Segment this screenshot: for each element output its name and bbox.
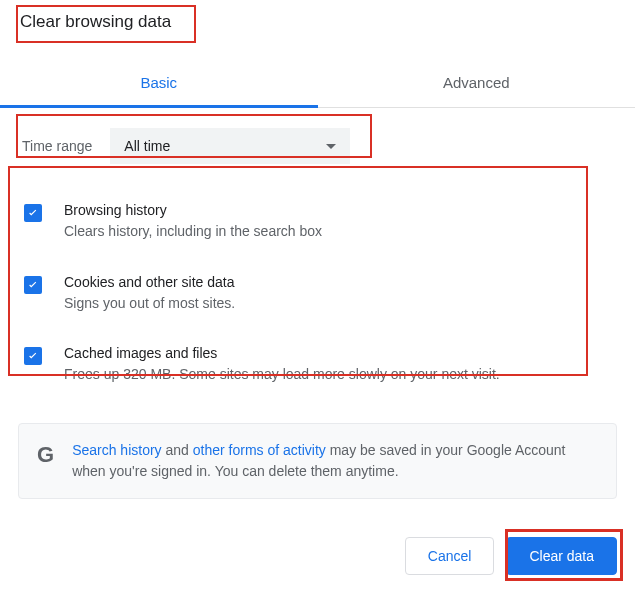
option-cookies: Cookies and other site data Signs you ou… — [20, 260, 615, 332]
link-other-activity[interactable]: other forms of activity — [193, 442, 326, 458]
dialog-footer: Cancel Clear data — [405, 537, 617, 575]
option-title: Browsing history — [64, 202, 611, 218]
option-text: Browsing history Clears history, includi… — [64, 202, 611, 242]
time-range-row: Time range All time — [18, 128, 617, 164]
dialog-title: Clear browsing data — [0, 0, 187, 40]
info-text-mid: and — [162, 442, 193, 458]
option-cache: Cached images and files Frees up 320 MB.… — [20, 331, 615, 403]
option-desc: Signs you out of most sites. — [64, 294, 611, 314]
google-icon: G — [37, 442, 54, 468]
tabs: Basic Advanced — [0, 60, 635, 108]
check-icon — [26, 206, 40, 220]
check-icon — [26, 278, 40, 292]
option-title: Cookies and other site data — [64, 274, 611, 290]
checkbox-cookies[interactable] — [24, 276, 42, 294]
check-icon — [26, 349, 40, 363]
option-desc: Frees up 320 MB. Some sites may load mor… — [64, 365, 611, 385]
option-desc: Clears history, including in the search … — [64, 222, 611, 242]
cancel-button[interactable]: Cancel — [405, 537, 495, 575]
checkbox-browsing-history[interactable] — [24, 204, 42, 222]
option-title: Cached images and files — [64, 345, 611, 361]
chevron-down-icon — [326, 144, 336, 149]
time-range-label: Time range — [18, 138, 92, 154]
options-list: Browsing history Clears history, includi… — [18, 184, 617, 407]
tab-basic[interactable]: Basic — [0, 60, 318, 108]
info-box: G Search history and other forms of acti… — [18, 423, 617, 499]
option-text: Cookies and other site data Signs you ou… — [64, 274, 611, 314]
info-text: Search history and other forms of activi… — [72, 440, 598, 482]
option-text: Cached images and files Frees up 320 MB.… — [64, 345, 611, 385]
link-search-history[interactable]: Search history — [72, 442, 161, 458]
time-range-value: All time — [124, 138, 170, 154]
clear-data-button[interactable]: Clear data — [506, 537, 617, 575]
tab-advanced[interactable]: Advanced — [318, 60, 636, 107]
checkbox-cache[interactable] — [24, 347, 42, 365]
option-browsing-history: Browsing history Clears history, includi… — [20, 188, 615, 260]
time-range-select[interactable]: All time — [110, 128, 350, 164]
